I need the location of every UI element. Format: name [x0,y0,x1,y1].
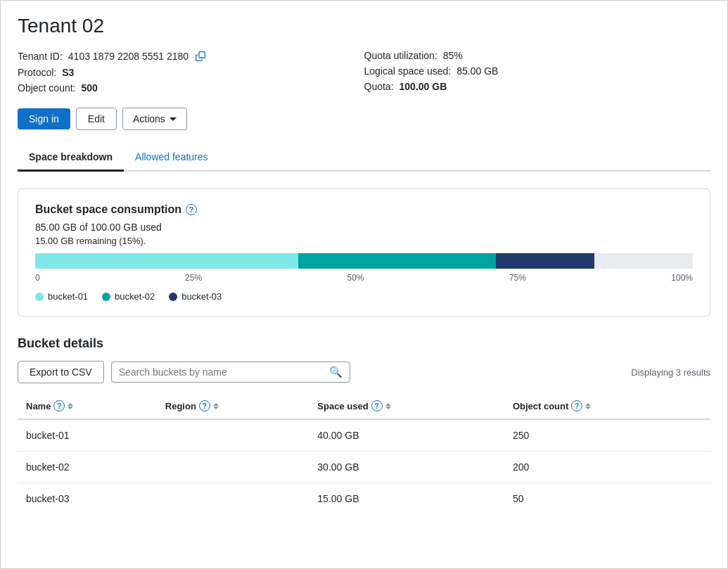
col-name: Name ? [18,393,157,419]
bar-segment-bucket02 [298,253,496,269]
col-region: Region ? [157,393,309,419]
tenant-id-row: Tenant ID: 4103 1879 2208 5551 2180 [18,50,364,63]
space-remaining: 15.00 GB remaining (15%). [35,236,693,246]
legend-item-bucket02: bucket-02 [102,291,155,302]
cell-region-2 [157,483,309,515]
bar-label-0: 0 [35,273,40,283]
bar-label-50: 50% [347,273,364,283]
col-region-help-icon[interactable]: ? [199,400,210,411]
sign-in-button[interactable]: Sign in [18,108,70,129]
object-count-label: Object count: [18,82,76,94]
cell-name-0: bucket-01 [18,419,157,452]
legend-label-bucket03: bucket-03 [181,291,222,302]
cell-space-1: 30.00 GB [309,452,504,483]
col-objcount-help-icon[interactable]: ? [571,400,582,411]
search-box: 🔍 [111,362,350,383]
actions-button[interactable]: Actions [122,108,187,130]
tab-space-breakdown[interactable]: Space breakdown [18,144,124,172]
cell-space-0: 40.00 GB [309,419,504,452]
quota-util-label: Quota utilization: [364,50,438,61]
bar-label-25: 25% [185,273,202,283]
protocol-value: S3 [62,67,74,78]
tenant-id-label: Tenant ID: [18,51,63,62]
consumption-title: Bucket space consumption ? [35,203,693,216]
copy-icon[interactable] [194,50,207,63]
legend-dot-bucket02 [102,293,110,301]
legend-item-bucket01: bucket-01 [35,291,88,302]
col-region-sort-icon[interactable] [213,403,219,409]
col-name-help-icon[interactable]: ? [53,400,65,411]
cell-objcount-0: 250 [504,419,710,452]
table-row: bucket-03 15.00 GB 50 [18,483,710,515]
legend-dot-bucket03 [169,293,177,301]
logical-space-label: Logical space used: [364,65,452,77]
content-area: Bucket space consumption ? 85.00 GB of 1… [18,172,710,514]
meta-left: Tenant ID: 4103 1879 2208 5551 2180 Prot… [18,50,364,94]
tenant-id-value: 4103 1879 2208 5551 2180 [68,51,189,62]
bar-segment-bucket01 [35,253,298,269]
consumption-card: Bucket space consumption ? 85.00 GB of 1… [18,188,710,317]
protocol-row: Protocol: S3 [18,67,364,78]
bucket-details-title: Bucket details [18,336,710,351]
legend-dot-bucket01 [35,293,44,301]
protocol-label: Protocol: [18,67,56,78]
table-toolbar-left: Export to CSV 🔍 [18,361,350,383]
bar-segment-bucket03 [496,253,594,269]
table-toolbar: Export to CSV 🔍 Displaying 3 results [18,361,710,383]
cell-name-2: bucket-03 [18,483,157,515]
tab-allowed-features[interactable]: Allowed features [124,144,219,172]
legend-item-bucket03: bucket-03 [169,291,222,302]
object-count-value: 500 [82,82,98,94]
bar-label-75: 75% [509,273,526,283]
tabs-bar: Space breakdown Allowed features [18,144,710,172]
legend-label-bucket01: bucket-01 [48,291,88,302]
space-summary: 85.00 GB of 100.00 GB used [35,222,693,233]
search-input[interactable] [119,366,325,378]
object-count-row: Object count: 500 [18,82,364,94]
actions-label: Actions [133,113,165,124]
bucket-table: Name ? Region ? [18,393,710,514]
search-icon: 🔍 [329,366,343,378]
quota-util-row: Quota utilization: 85% [364,50,711,61]
quota-value: 100.00 GB [400,81,447,92]
col-objcount-sort-icon[interactable] [585,403,591,409]
chevron-down-icon [170,117,177,121]
col-name-sort-icon[interactable] [68,403,73,409]
meta-grid: Tenant ID: 4103 1879 2208 5551 2180 Prot… [18,50,710,94]
action-bar: Sign in Edit Actions [18,108,710,130]
col-space-used: Space used ? [309,393,504,419]
bar-legend: bucket-01 bucket-02 bucket-03 [35,291,693,302]
col-space-sort-icon[interactable] [385,403,391,409]
cell-region-1 [157,452,309,483]
table-header-row: Name ? Region ? [18,393,710,419]
edit-button[interactable]: Edit [76,108,117,130]
col-space-help-icon[interactable]: ? [371,400,383,411]
export-csv-button[interactable]: Export to CSV [18,361,104,383]
table-row: bucket-02 30.00 GB 200 [18,452,710,483]
quota-util-value: 85% [443,50,463,61]
bar-label-100: 100% [671,273,693,283]
display-count: Displaying 3 results [631,367,710,378]
page-title: Tenant 02 [18,15,710,37]
cell-region-0 [157,419,309,452]
cell-objcount-1: 200 [504,452,710,483]
logical-space-value: 85.00 GB [456,65,498,77]
logical-space-row: Logical space used: 85.00 GB [364,65,711,77]
table-row: bucket-01 40.00 GB 250 [18,419,710,452]
quota-label: Quota: [364,81,394,92]
cell-name-1: bucket-02 [18,452,157,483]
quota-row: Quota: 100.00 GB [364,81,711,92]
meta-right: Quota utilization: 85% Logical space use… [364,50,711,94]
cell-objcount-2: 50 [504,483,710,515]
cell-space-2: 15.00 GB [309,483,504,515]
legend-label-bucket02: bucket-02 [115,291,155,302]
col-object-count: Object count ? [504,393,710,419]
bucket-details-section: Bucket details Export to CSV 🔍 Displayin… [18,336,710,514]
bar-labels: 0 25% 50% 75% 100% [35,273,693,283]
usage-bar [35,253,693,269]
consumption-help-icon[interactable]: ? [186,204,197,215]
